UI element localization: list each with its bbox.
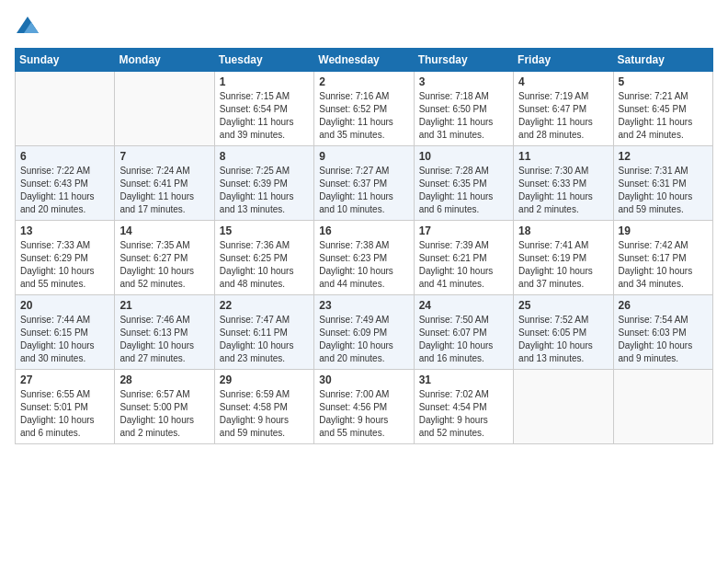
day-info: Sunrise: 7:54 AMSunset: 6:03 PMDaylight:…	[619, 314, 708, 365]
calendar-cell: 11Sunrise: 7:30 AMSunset: 6:33 PMDayligh…	[514, 146, 613, 221]
day-number: 20	[20, 299, 109, 312]
calendar-cell: 25Sunrise: 7:52 AMSunset: 6:05 PMDayligh…	[514, 295, 613, 370]
day-number: 18	[518, 224, 608, 237]
day-info: Sunrise: 7:24 AMSunset: 6:41 PMDaylight:…	[119, 165, 209, 216]
calendar-cell: 14Sunrise: 7:35 AMSunset: 6:27 PMDayligh…	[115, 221, 214, 295]
calendar-cell: 24Sunrise: 7:50 AMSunset: 6:07 PMDayligh…	[414, 295, 513, 370]
calendar-cell: 3Sunrise: 7:18 AMSunset: 6:50 PMDaylight…	[414, 72, 513, 146]
day-info: Sunrise: 7:47 AMSunset: 6:11 PMDaylight:…	[220, 314, 309, 365]
day-info: Sunrise: 7:49 AMSunset: 6:09 PMDaylight:…	[319, 314, 408, 365]
calendar-week-row: 1Sunrise: 7:15 AMSunset: 6:54 PMDaylight…	[16, 72, 713, 146]
day-number: 28	[119, 373, 209, 386]
calendar-day-header: Wednesday	[314, 49, 414, 72]
day-number: 25	[518, 299, 608, 312]
day-info: Sunrise: 7:36 AMSunset: 6:25 PMDaylight:…	[220, 239, 309, 291]
calendar-day-header: Tuesday	[214, 49, 313, 72]
day-info: Sunrise: 7:22 AMSunset: 6:43 PMDaylight:…	[20, 165, 109, 216]
calendar-cell: 17Sunrise: 7:39 AMSunset: 6:21 PMDayligh…	[414, 221, 513, 295]
calendar-cell: 15Sunrise: 7:36 AMSunset: 6:25 PMDayligh…	[214, 221, 313, 295]
day-info: Sunrise: 7:39 AMSunset: 6:21 PMDaylight:…	[419, 239, 508, 291]
calendar-cell: 2Sunrise: 7:16 AMSunset: 6:52 PMDaylight…	[314, 72, 414, 146]
page-header	[15, 15, 713, 37]
calendar-cell: 21Sunrise: 7:46 AMSunset: 6:13 PMDayligh…	[115, 295, 214, 370]
calendar-cell: 20Sunrise: 7:44 AMSunset: 6:15 PMDayligh…	[16, 295, 115, 370]
calendar-cell: 7Sunrise: 7:24 AMSunset: 6:41 PMDaylight…	[115, 146, 214, 221]
day-info: Sunrise: 7:31 AMSunset: 6:31 PMDaylight:…	[619, 165, 708, 216]
calendar-cell: 13Sunrise: 7:33 AMSunset: 6:29 PMDayligh…	[16, 221, 115, 295]
day-info: Sunrise: 6:55 AMSunset: 5:01 PMDaylight:…	[20, 388, 109, 440]
day-info: Sunrise: 7:42 AMSunset: 6:17 PMDaylight:…	[619, 239, 708, 291]
day-number: 26	[619, 299, 708, 312]
day-number: 22	[220, 299, 309, 312]
day-number: 31	[419, 373, 508, 386]
day-info: Sunrise: 7:28 AMSunset: 6:35 PMDaylight:…	[419, 165, 508, 216]
calendar-cell: 19Sunrise: 7:42 AMSunset: 6:17 PMDayligh…	[613, 221, 712, 295]
day-number: 16	[319, 224, 408, 237]
calendar-cell: 29Sunrise: 6:59 AMSunset: 4:58 PMDayligh…	[214, 370, 313, 444]
day-number: 11	[518, 150, 608, 163]
calendar-day-header: Saturday	[613, 49, 712, 72]
day-number: 4	[518, 75, 608, 88]
day-info: Sunrise: 7:44 AMSunset: 6:15 PMDaylight:…	[20, 314, 109, 365]
calendar-week-row: 13Sunrise: 7:33 AMSunset: 6:29 PMDayligh…	[16, 221, 713, 295]
calendar-cell: 5Sunrise: 7:21 AMSunset: 6:45 PMDaylight…	[613, 72, 712, 146]
day-number: 8	[220, 150, 309, 163]
day-number: 10	[419, 150, 508, 163]
calendar-cell: 12Sunrise: 7:31 AMSunset: 6:31 PMDayligh…	[613, 146, 712, 221]
calendar-cell	[115, 72, 214, 146]
day-info: Sunrise: 7:21 AMSunset: 6:45 PMDaylight:…	[619, 90, 708, 142]
day-info: Sunrise: 7:16 AMSunset: 6:52 PMDaylight:…	[319, 90, 408, 142]
day-info: Sunrise: 7:18 AMSunset: 6:50 PMDaylight:…	[419, 90, 508, 142]
day-number: 5	[619, 75, 708, 88]
day-info: Sunrise: 7:35 AMSunset: 6:27 PMDaylight:…	[119, 239, 209, 291]
day-info: Sunrise: 7:15 AMSunset: 6:54 PMDaylight:…	[220, 90, 309, 142]
day-number: 23	[319, 299, 408, 312]
day-number: 14	[119, 224, 209, 237]
calendar-cell: 23Sunrise: 7:49 AMSunset: 6:09 PMDayligh…	[314, 295, 414, 370]
day-info: Sunrise: 7:19 AMSunset: 6:47 PMDaylight:…	[518, 90, 608, 142]
day-number: 9	[319, 150, 408, 163]
calendar-cell: 22Sunrise: 7:47 AMSunset: 6:11 PMDayligh…	[214, 295, 313, 370]
day-number: 17	[419, 224, 508, 237]
calendar-week-row: 6Sunrise: 7:22 AMSunset: 6:43 PMDaylight…	[16, 146, 713, 221]
calendar-cell: 8Sunrise: 7:25 AMSunset: 6:39 PMDaylight…	[214, 146, 313, 221]
calendar-header-row: SundayMondayTuesdayWednesdayThursdayFrid…	[16, 49, 713, 72]
day-number: 27	[20, 373, 109, 386]
day-number: 7	[119, 150, 209, 163]
day-info: Sunrise: 7:50 AMSunset: 6:07 PMDaylight:…	[419, 314, 508, 365]
calendar-cell	[16, 72, 115, 146]
day-number: 29	[220, 373, 309, 386]
day-number: 15	[220, 224, 309, 237]
day-number: 2	[319, 75, 408, 88]
calendar-cell: 1Sunrise: 7:15 AMSunset: 6:54 PMDaylight…	[214, 72, 313, 146]
calendar-cell: 10Sunrise: 7:28 AMSunset: 6:35 PMDayligh…	[414, 146, 513, 221]
day-number: 30	[319, 373, 408, 386]
calendar-day-header: Sunday	[16, 49, 115, 72]
day-info: Sunrise: 7:38 AMSunset: 6:23 PMDaylight:…	[319, 239, 408, 291]
calendar-cell: 26Sunrise: 7:54 AMSunset: 6:03 PMDayligh…	[613, 295, 712, 370]
calendar-day-header: Thursday	[414, 49, 513, 72]
day-info: Sunrise: 7:33 AMSunset: 6:29 PMDaylight:…	[20, 239, 109, 291]
calendar-table: SundayMondayTuesdayWednesdayThursdayFrid…	[15, 48, 713, 444]
calendar-cell: 4Sunrise: 7:19 AMSunset: 6:47 PMDaylight…	[514, 72, 613, 146]
day-info: Sunrise: 7:30 AMSunset: 6:33 PMDaylight:…	[518, 165, 608, 216]
day-info: Sunrise: 7:27 AMSunset: 6:37 PMDaylight:…	[319, 165, 408, 216]
day-info: Sunrise: 7:00 AMSunset: 4:56 PMDaylight:…	[319, 388, 408, 440]
day-info: Sunrise: 7:02 AMSunset: 4:54 PMDaylight:…	[419, 388, 508, 440]
calendar-week-row: 27Sunrise: 6:55 AMSunset: 5:01 PMDayligh…	[16, 370, 713, 444]
calendar-cell	[613, 370, 712, 444]
calendar-week-row: 20Sunrise: 7:44 AMSunset: 6:15 PMDayligh…	[16, 295, 713, 370]
calendar-cell: 18Sunrise: 7:41 AMSunset: 6:19 PMDayligh…	[514, 221, 613, 295]
calendar-cell: 28Sunrise: 6:57 AMSunset: 5:00 PMDayligh…	[115, 370, 214, 444]
day-info: Sunrise: 7:41 AMSunset: 6:19 PMDaylight:…	[518, 239, 608, 291]
day-number: 12	[619, 150, 708, 163]
day-number: 6	[20, 150, 109, 163]
calendar-cell: 16Sunrise: 7:38 AMSunset: 6:23 PMDayligh…	[314, 221, 414, 295]
day-info: Sunrise: 7:46 AMSunset: 6:13 PMDaylight:…	[119, 314, 209, 365]
day-info: Sunrise: 7:25 AMSunset: 6:39 PMDaylight:…	[220, 165, 309, 216]
logo	[15, 15, 44, 37]
calendar-cell: 27Sunrise: 6:55 AMSunset: 5:01 PMDayligh…	[16, 370, 115, 444]
day-number: 3	[419, 75, 508, 88]
calendar-cell: 9Sunrise: 7:27 AMSunset: 6:37 PMDaylight…	[314, 146, 414, 221]
calendar-day-header: Monday	[115, 49, 214, 72]
